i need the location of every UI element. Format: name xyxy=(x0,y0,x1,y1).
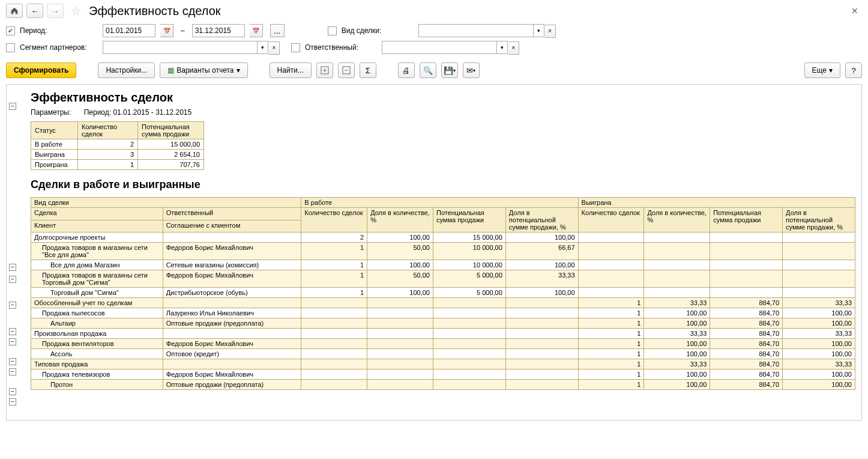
close-button[interactable]: ✕ xyxy=(848,6,862,16)
params-label: Параметры: xyxy=(31,108,71,117)
summary-row: В работе215 000,00 xyxy=(31,139,204,150)
summary-table: Статус Количество сделок Потенциальная с… xyxy=(31,121,204,170)
tree-collapse-node[interactable]: − xyxy=(9,302,16,309)
table-row[interactable]: Продажа товаров в магазины сети Торговый… xyxy=(31,270,855,288)
segment-label: Сегмент партнеров: xyxy=(20,43,98,52)
segment-checkbox[interactable] xyxy=(6,43,15,52)
table-row[interactable]: Продажа товаров в магазины сети "Все для… xyxy=(31,243,855,260)
main-table: Вид сделки В работе Выиграна Сделка Отве… xyxy=(31,197,855,390)
help-button[interactable]: ? xyxy=(845,62,862,78)
more-label: Еще xyxy=(812,66,827,74)
generate-button[interactable]: Сформировать xyxy=(6,62,76,78)
report-title: Эффективность сделок xyxy=(31,91,855,105)
header-won: Выиграна xyxy=(578,198,855,208)
table-row[interactable]: ПротонОптовые продажи (предоплата)1100,0… xyxy=(31,380,855,390)
tree-collapse-node[interactable]: − xyxy=(9,398,16,406)
table-row[interactable]: Продажа телевизоровФедоров Борис Михайло… xyxy=(31,369,855,380)
header-metric: Количество сделок xyxy=(301,208,367,233)
calendar-icon[interactable]: 📅 xyxy=(250,24,263,37)
summary-col-count: Количество сделок xyxy=(78,122,138,139)
chevron-down-icon[interactable]: ▾ xyxy=(496,41,507,53)
header-deal-type: Вид сделки xyxy=(31,198,301,208)
table-row[interactable]: АссольОптовое (кредит)1100,00884,70100,0… xyxy=(31,349,855,359)
report-variants-button[interactable]: ▦Варианты отчета ▾ xyxy=(160,62,247,78)
back-button[interactable]: ← xyxy=(26,4,43,18)
favorite-star-icon[interactable]: ☆ xyxy=(71,4,82,18)
table-row[interactable]: Все для дома МагазинСетевые магазины (ко… xyxy=(31,260,855,270)
forward-button[interactable]: → xyxy=(47,4,64,18)
summary-row: Проиграна1707,76 xyxy=(31,160,204,170)
header-metric: Доля в потенциальной сумме продажи, % xyxy=(505,208,578,233)
table-row[interactable]: Обособленный учет по сделкам133,33884,70… xyxy=(31,298,855,308)
summary-row: Выиграна32 654,10 xyxy=(31,150,204,160)
summary-col-status: Статус xyxy=(31,122,78,139)
chevron-down-icon: ▾ xyxy=(237,66,240,74)
period-checkbox[interactable]: ✔ xyxy=(6,26,15,35)
email-button[interactable]: ✉▾ xyxy=(463,62,480,78)
print-button[interactable]: 🖨 xyxy=(398,62,415,78)
header-metric: Потенциальная сумма продажи xyxy=(433,208,505,233)
header-metric: Доля в потенциальной сумме продажи, % xyxy=(783,208,855,233)
responsible-label: Ответственный: xyxy=(305,43,377,52)
expand-all-button[interactable] xyxy=(316,62,333,78)
header-in-work: В работе xyxy=(301,198,578,208)
period-separator: – xyxy=(181,26,185,35)
header-metric: Количество сделок xyxy=(578,208,644,233)
clear-icon[interactable]: × xyxy=(545,25,556,38)
period-picker-button[interactable]: ... xyxy=(270,24,285,37)
chevron-down-icon[interactable]: ▾ xyxy=(257,41,268,53)
save-button[interactable]: 💾▾ xyxy=(441,62,458,78)
home-button[interactable] xyxy=(6,4,23,18)
report-subtitle: Сделки в работе и выигранные xyxy=(31,178,855,191)
chevron-down-icon: ▾ xyxy=(829,66,833,74)
deal-type-checkbox[interactable] xyxy=(328,26,337,35)
header-metric: Доля в количестве, % xyxy=(367,208,433,233)
tree-collapse-node[interactable]: − xyxy=(9,388,16,395)
tree-collapse-node[interactable]: − xyxy=(9,338,16,345)
period-to-input[interactable] xyxy=(192,24,245,37)
header-metric: Доля в количестве, % xyxy=(644,208,710,233)
collapse-all-button[interactable] xyxy=(338,62,355,78)
deal-type-label: Вид сделки: xyxy=(342,26,414,35)
tree-collapse-node[interactable]: − xyxy=(9,368,16,375)
report-variants-label: Варианты отчета xyxy=(176,66,234,74)
header-deal: Сделка xyxy=(31,208,163,220)
segment-select[interactable]: ▾× xyxy=(103,41,268,54)
tree-collapse-node[interactable]: − xyxy=(9,103,16,110)
table-row[interactable]: АльтаирОптовые продажи (предоплата)1100,… xyxy=(31,318,855,329)
clear-icon[interactable]: × xyxy=(508,41,519,55)
tree-collapse-node[interactable]: − xyxy=(9,264,16,271)
find-button[interactable]: Найти... xyxy=(270,62,312,78)
period-from-input[interactable] xyxy=(103,24,155,37)
summary-col-amount: Потенциальная сумма продажи xyxy=(138,122,204,139)
header-responsible: Ответственный xyxy=(163,208,301,220)
table-row[interactable]: Продажа пылесосовЛазуренко Илья Николаев… xyxy=(31,308,855,318)
header-metric: Потенциальная сумма продажи xyxy=(710,208,783,233)
more-button[interactable]: Еще ▾ xyxy=(804,62,840,78)
page-title: Эффективность сделок xyxy=(89,4,221,18)
chevron-down-icon[interactable]: ▾ xyxy=(533,25,544,37)
responsible-select[interactable]: ▾× xyxy=(382,41,508,54)
table-row[interactable]: Долгосрочные проекты2100,0015 000,00100,… xyxy=(31,233,855,243)
calendar-icon[interactable]: 📅 xyxy=(160,24,173,37)
header-client: Клиент xyxy=(31,220,163,233)
preview-button[interactable]: 🔍 xyxy=(420,62,436,78)
report-area: − − − − − − − − − − Эффективность сделок… xyxy=(6,84,862,421)
settings-button[interactable]: Настройки... xyxy=(98,62,155,78)
header-agreement: Соглашение с клиентом xyxy=(163,220,301,233)
tree-collapse-node[interactable]: − xyxy=(9,276,16,283)
sum-button[interactable]: Σ xyxy=(360,62,376,78)
period-label: Период: xyxy=(20,26,98,35)
tree-collapse-node[interactable]: − xyxy=(9,328,16,335)
clear-icon[interactable]: × xyxy=(269,41,280,55)
params-value: Период: 01.01.2015 - 31.12.2015 xyxy=(84,108,192,117)
table-row[interactable]: Продажа вентиляторовФедоров Борис Михайл… xyxy=(31,339,855,349)
tree-collapse-node[interactable]: − xyxy=(9,358,16,365)
deal-type-select[interactable]: ▾× xyxy=(418,24,544,37)
table-row[interactable]: Торговый дом "Сигма"Дистрибьюторское (об… xyxy=(31,288,855,298)
table-row[interactable]: Типовая продажа133,33884,7033,33 xyxy=(31,359,855,369)
responsible-checkbox[interactable] xyxy=(291,43,300,52)
table-row[interactable]: Произвольная продажа133,33884,7033,33 xyxy=(31,329,855,339)
